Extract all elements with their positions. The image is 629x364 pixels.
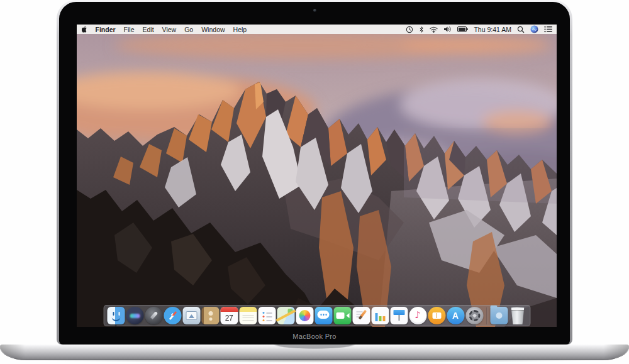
menu-item-help[interactable]: Help bbox=[229, 26, 251, 33]
dock: 27 bbox=[103, 305, 530, 326]
volume-icon[interactable] bbox=[443, 26, 452, 33]
siri-icon[interactable] bbox=[530, 25, 538, 33]
clock-status-icon[interactable] bbox=[406, 26, 413, 33]
dock-icon-reminders[interactable] bbox=[258, 307, 276, 324]
dock-icon-mail[interactable] bbox=[182, 307, 200, 324]
wifi-icon[interactable] bbox=[430, 26, 438, 33]
notification-center-icon[interactable] bbox=[544, 26, 552, 33]
dock-icon-numbers[interactable] bbox=[371, 307, 389, 324]
dock-icon-launchpad[interactable] bbox=[145, 307, 162, 324]
dock-icon-pages[interactable] bbox=[352, 307, 370, 324]
dock-icon-messages[interactable] bbox=[314, 307, 332, 324]
menu-item-finder[interactable]: Finder bbox=[91, 26, 120, 33]
dock-icon-trash[interactable] bbox=[509, 307, 526, 324]
menu-item-window[interactable]: Window bbox=[198, 26, 229, 33]
menu-bar-left: FinderFileEditViewGoWindowHelp bbox=[81, 26, 251, 33]
screen-bezel: FinderFileEditViewGoWindowHelp bbox=[59, 2, 570, 345]
dock-icon-itunes[interactable] bbox=[409, 307, 426, 324]
menu-item-view[interactable]: View bbox=[158, 26, 181, 33]
apple-menu-icon[interactable] bbox=[81, 26, 91, 33]
battery-icon[interactable] bbox=[457, 26, 468, 32]
lid-scoop-notch bbox=[267, 345, 362, 350]
dock-icon-safari[interactable] bbox=[164, 307, 181, 324]
dock-icon-appstore[interactable] bbox=[447, 307, 464, 324]
spotlight-search-icon[interactable] bbox=[517, 26, 525, 33]
dock-icon-maps[interactable] bbox=[277, 307, 294, 324]
dock-icon-siri[interactable] bbox=[126, 307, 143, 324]
menu-item-go[interactable]: Go bbox=[181, 26, 198, 33]
running-indicator bbox=[115, 324, 117, 326]
menu-clock[interactable]: Thu 9:41 AM bbox=[474, 26, 511, 33]
macbook-product-photo: FinderFileEditViewGoWindowHelp bbox=[0, 0, 629, 364]
menu-bar: FinderFileEditViewGoWindowHelp bbox=[77, 25, 557, 34]
facetime-camera bbox=[313, 9, 316, 12]
dock-icon-contacts[interactable] bbox=[201, 307, 219, 324]
dock-separator bbox=[486, 307, 487, 324]
laptop-lid: FinderFileEditViewGoWindowHelp bbox=[57, 0, 572, 345]
drop-shadow bbox=[35, 358, 594, 363]
dock-icon-photos[interactable] bbox=[296, 307, 313, 324]
dock-icon-downloads[interactable] bbox=[490, 307, 508, 324]
bluetooth-icon[interactable] bbox=[419, 26, 424, 33]
dock-icon-finder[interactable] bbox=[107, 307, 125, 324]
desktop-wallpaper bbox=[77, 34, 557, 327]
menu-items: FinderFileEditViewGoWindowHelp bbox=[91, 26, 251, 33]
dock-icon-ibooks[interactable] bbox=[428, 307, 445, 324]
dock-icon-facetime[interactable] bbox=[333, 307, 351, 324]
model-label: MacBook Pro bbox=[59, 333, 570, 340]
calendar-day: 27 bbox=[220, 312, 238, 324]
dock-icon-notes[interactable] bbox=[239, 307, 257, 324]
menu-bar-status: Thu 9:41 AM bbox=[406, 25, 552, 33]
menu-item-edit[interactable]: Edit bbox=[138, 26, 158, 33]
menu-item-file[interactable]: File bbox=[120, 26, 138, 33]
dock-icon-sysprefs[interactable] bbox=[465, 307, 483, 324]
dock-icon-calendar[interactable]: 27 bbox=[220, 307, 238, 324]
dock-icon-keynote[interactable] bbox=[390, 307, 408, 324]
screen: FinderFileEditViewGoWindowHelp bbox=[77, 25, 557, 327]
